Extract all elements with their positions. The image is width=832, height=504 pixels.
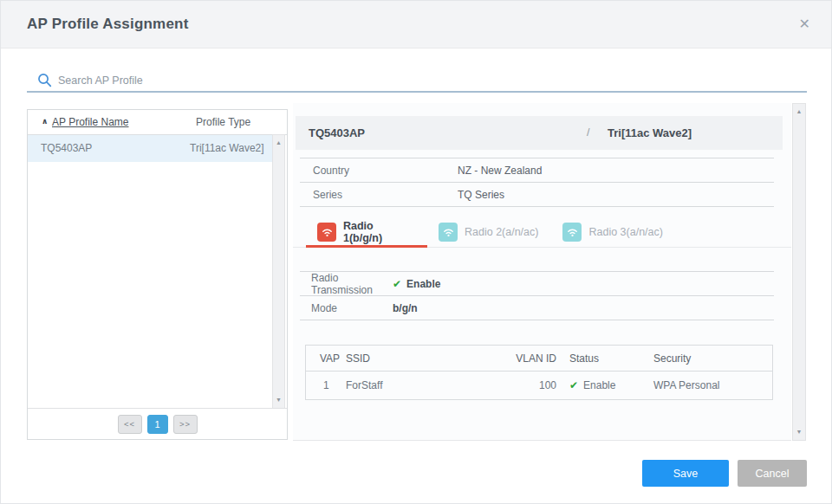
sort-ascending-icon[interactable]: ∧ xyxy=(42,117,48,126)
field-label: Mode xyxy=(311,302,393,314)
field-label: Series xyxy=(313,189,458,201)
column-header-vap: VAP xyxy=(306,352,346,365)
scroll-down-icon[interactable]: ▼ xyxy=(793,428,805,436)
profile-name-cell: TQ5403AP xyxy=(41,142,92,154)
vap-table: VAP SSID VLAN ID Status Security 1 ForSt… xyxy=(305,345,773,400)
field-label: Radio Transmission xyxy=(311,272,393,296)
vap-table-row[interactable]: 1 ForStaff 100 ✔Enable WPA Personal xyxy=(306,372,772,399)
tab-label: Radio 2(a/n/ac) xyxy=(465,226,538,238)
profile-list-scrollbar[interactable]: ▲ ▼ xyxy=(272,134,285,409)
details-scrollbar[interactable]: ▲ ▼ xyxy=(792,103,806,441)
tab-label: Radio 1(b/g/n) xyxy=(343,220,414,244)
scroll-down-icon[interactable]: ▼ xyxy=(273,396,284,404)
pagination: << 1 >> xyxy=(28,408,287,439)
field-value: NZ - New Zealand xyxy=(458,165,542,177)
profile-details-panel: TQ5403AP / Tri[11ac Wave2] Country NZ - … xyxy=(293,103,791,441)
save-button[interactable]: Save xyxy=(642,460,729,487)
detail-fields: Country NZ - New Zealand Series TQ Serie… xyxy=(300,158,774,207)
scroll-up-icon[interactable]: ▲ xyxy=(793,107,805,116)
check-icon: ✔ xyxy=(393,278,401,290)
search-input[interactable] xyxy=(58,71,807,90)
pagination-page-1-button[interactable]: 1 xyxy=(147,415,168,434)
wifi-icon xyxy=(439,223,458,242)
ap-profile-assignment-dialog: AP Profile Assignment ✕ ∧ AP Profile Nam… xyxy=(0,0,832,504)
check-icon: ✔ xyxy=(569,379,578,391)
ssid-cell: ForStaff xyxy=(346,379,506,391)
detail-separator: / xyxy=(587,126,589,139)
dialog-title: AP Profile Assignment xyxy=(27,16,189,33)
column-header-status: Status xyxy=(556,352,653,365)
dialog-header: AP Profile Assignment ✕ xyxy=(1,1,831,48)
security-cell: WPA Personal xyxy=(653,379,772,391)
column-header-vlan-id: VLAN ID xyxy=(506,352,556,365)
column-header-security: Security xyxy=(653,352,772,365)
vap-cell: 1 xyxy=(306,379,346,391)
status-cell: ✔Enable xyxy=(556,379,653,391)
scroll-up-icon[interactable]: ▲ xyxy=(273,139,284,147)
detail-profile-type: Tri[11ac Wave2] xyxy=(608,126,692,139)
status-text: Enable xyxy=(583,379,615,391)
close-icon[interactable]: ✕ xyxy=(799,16,810,32)
column-header-profile-type[interactable]: Profile Type xyxy=(196,116,250,128)
cancel-button[interactable]: Cancel xyxy=(738,460,807,487)
mode-row: Mode b/g/n xyxy=(300,296,774,320)
field-row-series: Series TQ Series xyxy=(300,183,774,207)
column-header-ap-profile-name[interactable]: AP Profile Name xyxy=(52,116,128,128)
vlan-id-cell: 100 xyxy=(506,379,556,391)
field-value: TQ Series xyxy=(458,189,504,201)
field-label: Country xyxy=(313,165,458,177)
profile-type-cell: Tri[11ac Wave2] xyxy=(190,142,264,154)
wifi-icon xyxy=(317,223,336,242)
search-icon xyxy=(37,73,52,87)
profile-list-panel: ∧ AP Profile Name Profile Type TQ5403AP … xyxy=(27,109,288,440)
vap-table-header: VAP SSID VLAN ID Status Security xyxy=(306,346,772,372)
field-value: b/g/n xyxy=(393,302,418,314)
details-title-bar: TQ5403AP / Tri[11ac Wave2] xyxy=(296,116,783,150)
field-row-country: Country NZ - New Zealand xyxy=(300,158,774,183)
profile-list-header: ∧ AP Profile Name Profile Type xyxy=(28,110,287,135)
tab-radio-3[interactable]: Radio 3(a/n/ac) xyxy=(551,216,675,248)
radio-settings: Radio Transmission ✔ Enable Mode b/g/n xyxy=(300,271,774,320)
field-value: Enable xyxy=(406,278,440,290)
tab-radio-2[interactable]: Radio 2(a/n/ac) xyxy=(427,216,551,248)
pagination-prev-button[interactable]: << xyxy=(118,415,142,434)
column-header-ssid: SSID xyxy=(346,352,506,365)
radio-tabs: Radio 1(b/g/n) Radio 2(a/n/ac) xyxy=(293,216,791,248)
radio-transmission-row: Radio Transmission ✔ Enable xyxy=(300,272,774,296)
search-bar xyxy=(27,69,807,93)
pagination-next-button[interactable]: >> xyxy=(173,415,198,434)
wifi-icon xyxy=(562,223,582,242)
detail-profile-name: TQ5403AP xyxy=(309,126,365,139)
tab-radio-1[interactable]: Radio 1(b/g/n) xyxy=(306,216,427,248)
tab-label: Radio 3(a/n/ac) xyxy=(588,226,662,238)
profile-list-row[interactable]: TQ5403AP Tri[11ac Wave2] xyxy=(28,135,273,162)
